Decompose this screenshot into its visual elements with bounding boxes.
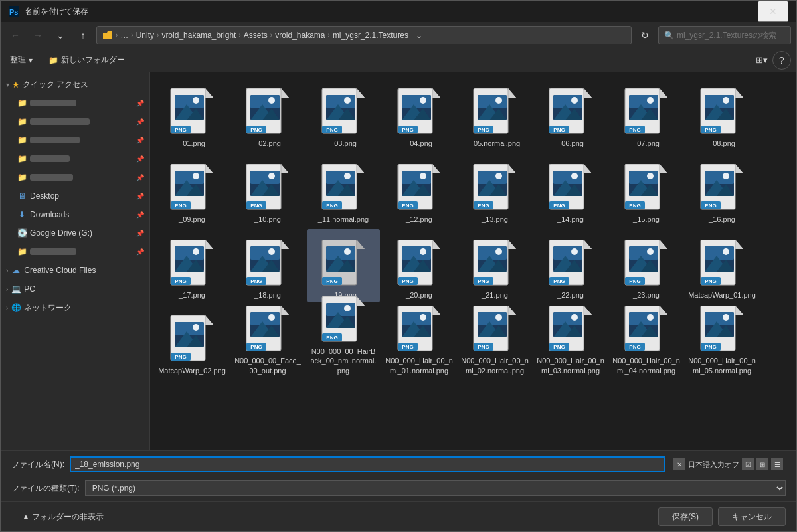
svg-text:PNG: PNG [402, 344, 413, 350]
pin-icon: 📌 [136, 174, 144, 181]
svg-text:PNG: PNG [402, 278, 413, 284]
sidebar-item-downloads[interactable]: ⬇ Downloads 📌 [1, 205, 149, 224]
file-item[interactable]: PNG _03.png [307, 78, 380, 151]
svg-rect-19 [250, 95, 280, 108]
sidebar-item-desktop[interactable]: 🖥 Desktop 📌 [1, 187, 149, 205]
sidebar-item-folder2[interactable]: 📁 📌 [1, 112, 149, 131]
file-item[interactable]: PNG N00_000_Hair_00_nml_02.normal.png [458, 305, 531, 378]
sidebar-item-gdrive[interactable]: 💽 Google Drive (G:) 📌 [1, 224, 149, 242]
svg-rect-140 [478, 171, 507, 184]
back-button[interactable]: ← [6, 26, 25, 44]
new-folder-button[interactable]: 📁 新しいフォルダー [44, 52, 129, 68]
file-item[interactable]: PNG _23.png [610, 229, 683, 302]
titlebar-left: Ps 名前を付けて保存 [9, 6, 88, 17]
svg-marker-71 [660, 88, 667, 98]
sidebar-item-folder3[interactable]: 📁 📌 [1, 131, 149, 149]
sidebar-item-folder4[interactable]: 📁 📌 [1, 149, 149, 168]
filetype-select[interactable]: PNG (*.png) [85, 480, 786, 496]
file-item[interactable]: PNG _12.png [383, 153, 456, 226]
sidebar-item-network[interactable]: › 🌐 ネットワーク [1, 298, 149, 317]
search-input[interactable] [677, 31, 785, 40]
file-item[interactable]: PNG _17.png [155, 229, 228, 302]
breadcrumb-proj: vroid_hakama_bright [161, 31, 236, 40]
file-item[interactable]: PNG _05.normal.png [458, 78, 531, 151]
file-thumbnail: PNG [319, 164, 367, 212]
file-item[interactable]: PNG _09.png [155, 153, 228, 226]
svg-text:PNG: PNG [705, 127, 716, 133]
help-button[interactable]: ? [772, 51, 791, 70]
organize-button[interactable]: 整理 ▾ [6, 52, 37, 68]
file-thumbnail: PNG [622, 306, 670, 353]
svg-text:PNG: PNG [326, 278, 337, 284]
sidebar-item-folder5[interactable]: 📁 📌 [1, 168, 149, 187]
svg-rect-63 [553, 95, 582, 108]
file-item[interactable]: PNG _02.png [231, 78, 304, 151]
file-item[interactable]: PNG _21.png [458, 229, 531, 302]
svg-marker-258 [735, 240, 743, 249]
quick-access-header[interactable]: ▾ ★ クイック アクセス [1, 75, 149, 94]
file-item[interactable]: PNG _16.png [685, 153, 758, 226]
file-item[interactable]: PNG _22.png [534, 229, 607, 302]
svg-rect-2 [103, 33, 112, 39]
cancel-button[interactable]: キャンセル [718, 507, 786, 526]
file-item[interactable]: PNG _19.png [307, 229, 380, 302]
svg-rect-162 [629, 171, 658, 184]
svg-marker-324 [584, 306, 592, 315]
file-item[interactable]: PNG _08.png [685, 78, 758, 151]
svg-point-187 [193, 248, 199, 255]
folder-toggle[interactable]: ▲ フォルダーの非表示 [11, 509, 114, 525]
grid-view-button[interactable]: ⊞ ▾ [753, 51, 771, 70]
file-item[interactable]: PNG _04.png [383, 78, 456, 151]
file-item[interactable]: PNG N00_000_00_HairBack_00_nml.normal.pn… [307, 305, 380, 378]
network-icon: 🌐 [11, 302, 21, 313]
file-item[interactable]: PNG _18.png [231, 229, 304, 302]
ime-toggle-button[interactable]: ✕ [673, 458, 685, 470]
file-item[interactable]: PNG _10.png [231, 153, 304, 226]
sidebar-item-folder1[interactable]: 📁 📌 [1, 94, 149, 112]
sidebar-item-cloud[interactable]: › ☁ Creative Cloud Files [1, 261, 149, 280]
save-button[interactable]: 保存(S) [658, 507, 713, 526]
svg-rect-305 [402, 312, 431, 325]
file-item[interactable]: PNG N00_000_Hair_00_nml_05.normal.png [685, 305, 758, 378]
breadcrumb-dropdown-button[interactable]: ⌄ [411, 26, 427, 44]
file-item[interactable]: PNG _13.png [458, 153, 531, 226]
new-folder-icon: 📁 [48, 56, 58, 65]
file-item[interactable]: PNG MatcapWarp_02.png [155, 305, 228, 378]
close-button[interactable]: ✕ [758, 1, 788, 22]
svg-point-308 [420, 314, 426, 321]
ime-btn4[interactable]: ☰ [771, 458, 783, 470]
up-button[interactable]: ↑ [74, 26, 92, 44]
file-thumbnail: PNG [698, 88, 746, 136]
sidebar-item-folder6[interactable]: 📁 📌 [1, 242, 149, 261]
file-item[interactable]: PNG _11.normal.png [307, 153, 380, 226]
file-item[interactable]: PNG N00_000_Hair_00_nml_01.normal.png [383, 305, 456, 378]
ime-btn3[interactable]: ⊞ [756, 458, 768, 470]
file-item[interactable]: PNG N00_000_Hair_00_nml_03.normal.png [534, 305, 607, 378]
sidebar-item-pc[interactable]: › 💻 PC [1, 280, 149, 298]
file-item[interactable]: PNG _14.png [534, 153, 607, 226]
breadcrumb-bar[interactable]: › … › Unity › vroid_hakama_bright › Asse… [96, 26, 632, 44]
svg-marker-148 [584, 164, 592, 173]
svg-rect-239 [553, 246, 582, 260]
file-item[interactable]: PNG _06.png [534, 78, 607, 151]
svg-marker-104 [281, 164, 289, 173]
forward-button[interactable]: → [29, 26, 47, 44]
sidebar: ▾ ★ クイック アクセス 📁 📌 📁 📌 📁 📌 📁 [1, 72, 150, 450]
file-item[interactable]: PNG _01.png [155, 78, 228, 151]
svg-point-143 [495, 173, 502, 179]
file-item[interactable]: PNG N00_000_Hair_00_nml_04.normal.png [610, 305, 683, 378]
dropdown-button[interactable]: ⌄ [51, 26, 70, 44]
file-thumbnail: PNG [698, 306, 746, 353]
svg-text:PNG: PNG [402, 203, 413, 209]
file-item[interactable]: PNG MatcapWarp_01.png [685, 229, 758, 302]
file-item[interactable]: PNG _20.png [383, 229, 456, 302]
breadcrumb-assets: Assets [244, 31, 268, 40]
file-item[interactable]: PNG _07.png [610, 78, 683, 151]
file-item[interactable]: PNG N00_000_00_Face_00_out.png [231, 305, 304, 378]
file-item[interactable]: PNG _15.png [610, 153, 683, 226]
navigation-toolbar: ← → ⌄ ↑ › … › Unity › vroid_hakama_brigh… [1, 22, 796, 48]
refresh-button[interactable]: ↻ [636, 26, 654, 44]
filename-input[interactable] [70, 456, 665, 472]
ime-btn2[interactable]: ☑ [742, 458, 754, 470]
svg-marker-159 [660, 164, 667, 173]
